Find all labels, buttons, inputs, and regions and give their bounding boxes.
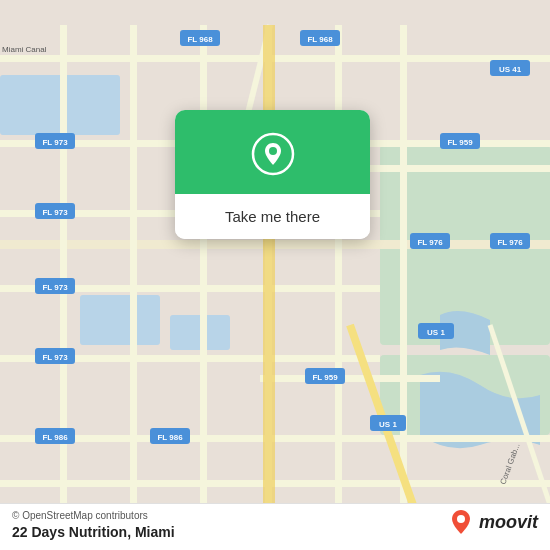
svg-text:FL 973: FL 973 (42, 283, 68, 292)
map-container: FL 968 FL 968 US 41 FL 973 FL 973 FL 973… (0, 0, 550, 550)
svg-text:FL 959: FL 959 (447, 138, 473, 147)
svg-rect-21 (400, 25, 407, 525)
moovit-pin-icon (447, 508, 475, 536)
svg-text:FL 976: FL 976 (417, 238, 443, 247)
svg-rect-4 (80, 295, 160, 345)
svg-rect-18 (130, 25, 137, 525)
svg-text:FL 959: FL 959 (312, 373, 338, 382)
svg-rect-15 (260, 375, 440, 382)
svg-text:FL 986: FL 986 (157, 433, 183, 442)
svg-text:US 1: US 1 (427, 328, 445, 337)
svg-text:US 41: US 41 (499, 65, 522, 74)
svg-rect-20 (335, 25, 342, 525)
svg-point-62 (457, 515, 465, 523)
popup-card: Take me there (175, 110, 370, 239)
moovit-logo: moovit (447, 508, 538, 536)
svg-text:US 1: US 1 (379, 420, 397, 429)
svg-text:FL 973: FL 973 (42, 138, 68, 147)
svg-text:FL 973: FL 973 (42, 353, 68, 362)
svg-text:FL 968: FL 968 (187, 35, 213, 44)
svg-text:FL 986: FL 986 (42, 433, 68, 442)
svg-text:FL 976: FL 976 (497, 238, 523, 247)
svg-point-61 (269, 147, 277, 155)
svg-rect-24 (263, 25, 275, 525)
popup-green-area (175, 110, 370, 194)
take-me-there-button[interactable]: Take me there (175, 194, 370, 239)
svg-text:Miami Canal: Miami Canal (2, 45, 47, 54)
map-background: FL 968 FL 968 US 41 FL 973 FL 973 FL 973… (0, 0, 550, 550)
svg-text:FL 973: FL 973 (42, 208, 68, 217)
moovit-brand-text: moovit (479, 512, 538, 533)
svg-text:FL 968: FL 968 (307, 35, 333, 44)
location-pin-icon (251, 132, 295, 176)
svg-rect-16 (200, 25, 207, 525)
svg-rect-19 (60, 25, 67, 525)
footer: © OpenStreetMap contributors 22 Days Nut… (0, 503, 550, 550)
